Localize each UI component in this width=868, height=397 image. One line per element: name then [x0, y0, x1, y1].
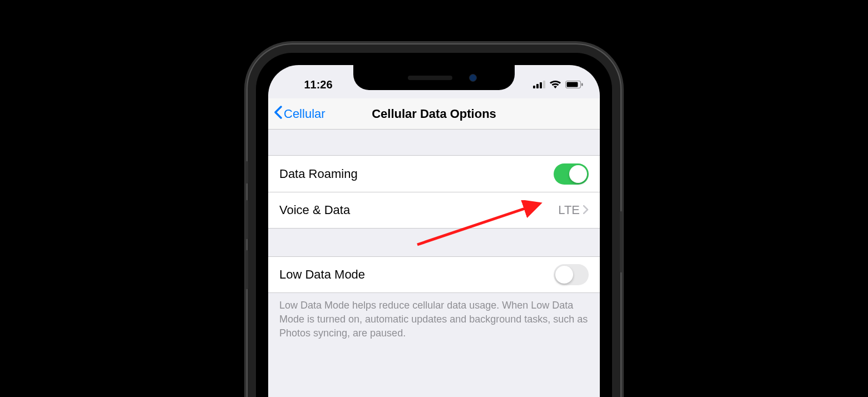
svg-rect-6 [581, 83, 583, 86]
side-button [620, 211, 623, 272]
side-button [245, 200, 248, 239]
voice-data-cell[interactable]: Voice & Data LTE [268, 192, 600, 229]
svg-rect-5 [567, 82, 578, 87]
svg-rect-3 [543, 81, 545, 88]
battery-icon [565, 81, 583, 88]
data-roaming-label: Data Roaming [279, 167, 554, 181]
status-time: 11:26 [290, 78, 346, 91]
low-data-mode-toggle[interactable] [554, 264, 589, 285]
svg-rect-0 [533, 86, 535, 88]
settings-content: Data Roaming Voice & Data LTE Low Data M… [268, 130, 600, 397]
back-label: Cellular [284, 107, 326, 121]
iphone-frame: 11:26 [248, 44, 620, 397]
voice-data-label: Voice & Data [279, 203, 558, 217]
cellular-signal-icon [533, 81, 545, 88]
nav-bar: Cellular Cellular Data Options [268, 98, 600, 130]
chevron-right-icon [583, 203, 589, 217]
low-data-mode-cell[interactable]: Low Data Mode [268, 256, 600, 293]
back-button[interactable]: Cellular [268, 106, 326, 122]
side-button [245, 161, 248, 183]
svg-rect-2 [540, 82, 542, 88]
voice-data-value: LTE [558, 203, 580, 217]
side-button [245, 250, 248, 289]
low-data-mode-label: Low Data Mode [279, 267, 554, 282]
screen: 11:26 [268, 65, 600, 397]
data-roaming-cell[interactable]: Data Roaming [268, 155, 600, 192]
notch [353, 65, 515, 90]
low-data-mode-footer: Low Data Mode helps reduce cellular data… [268, 293, 600, 346]
data-roaming-toggle[interactable] [554, 163, 589, 185]
svg-rect-1 [536, 84, 539, 88]
chevron-left-icon [274, 106, 284, 122]
wifi-icon [549, 80, 561, 89]
